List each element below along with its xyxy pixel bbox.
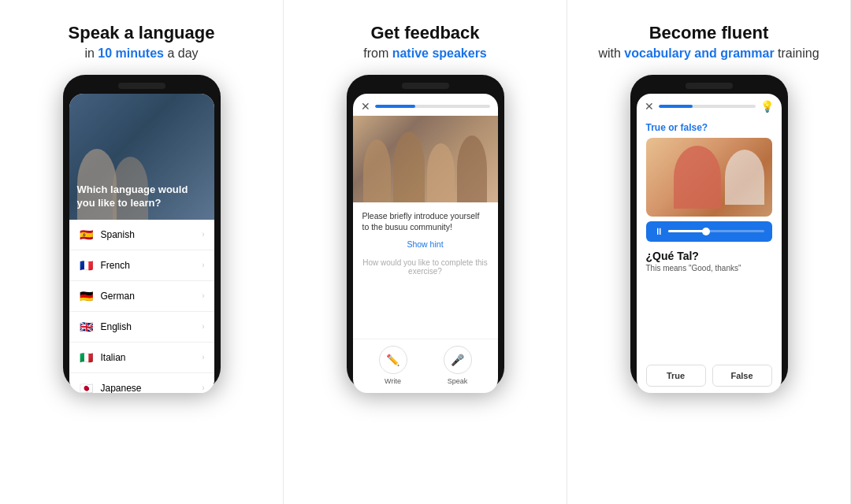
language-question: Which language would you like to learn? xyxy=(77,183,206,210)
exercise-prompt: Please briefly introduce yourself to the… xyxy=(362,210,489,233)
flag-japanese: 🇯🇵 xyxy=(79,380,95,393)
vocabulary-meaning: This means "Good, thanks" xyxy=(646,264,772,272)
chevron-icon: › xyxy=(202,291,204,300)
lightbulb-icon[interactable]: 💡 xyxy=(760,100,774,113)
feedback-title: Get feedback xyxy=(363,22,487,45)
phone1-screen: Which language would you like to learn? … xyxy=(69,94,214,393)
feedback-photo xyxy=(353,116,498,202)
language-name: French xyxy=(101,260,130,271)
section-feedback-headline: Get feedback from native speakers xyxy=(363,22,487,61)
feedback-toolbar: ✕ xyxy=(353,94,498,116)
chevron-icon: › xyxy=(202,353,204,361)
write-action[interactable]: ✏️ Write xyxy=(379,346,407,385)
microphone-icon: 🎤 xyxy=(444,346,472,374)
exercise-actions: ✏️ Write 🎤 Speak xyxy=(353,339,498,393)
audio-scrubber xyxy=(702,228,710,235)
flag-english: 🇬🇧 xyxy=(79,319,95,335)
progress-bar-3 xyxy=(659,105,756,108)
language-list: 🇪🇸 Spanish › 🇫🇷 French › 🇩🇪 German › xyxy=(69,220,214,393)
fluent-subtitle-end: training xyxy=(778,46,819,60)
language-name: Italian xyxy=(101,352,126,363)
vocabulary-word: ¿Qué Tal? xyxy=(646,250,772,262)
speak-title: Speak a language xyxy=(69,22,215,45)
speak-subtitle-end: a day xyxy=(167,46,198,60)
section-speak: Speak a language in 10 minutes a day Whi… xyxy=(0,0,284,504)
language-name: German xyxy=(101,291,135,302)
speak-action[interactable]: 🎤 Speak xyxy=(444,346,472,385)
show-hint-button[interactable]: Show hint xyxy=(362,239,489,249)
progress-bar xyxy=(375,105,490,108)
phone-notch-1 xyxy=(118,83,165,89)
language-name: Japanese xyxy=(101,383,142,393)
speak-label: Speak xyxy=(448,377,468,385)
fluent-subtitle: with vocabulary and grammar training xyxy=(598,46,819,61)
chevron-icon: › xyxy=(202,261,204,269)
section-feedback: Get feedback from native speakers ✕ xyxy=(284,0,567,504)
phone-notch-3 xyxy=(686,83,733,89)
feedback-content: Please briefly introduce yourself to the… xyxy=(353,202,498,339)
write-label: Write xyxy=(385,377,401,385)
complete-question-text: How would you like to complete this exer… xyxy=(362,258,489,276)
pause-icon: ⏸ xyxy=(654,226,663,237)
vocab-photo xyxy=(646,138,772,217)
list-item[interactable]: 🇮🇹 Italian › xyxy=(69,343,214,373)
section-speak-headline: Speak a language in 10 minutes a day xyxy=(69,22,215,61)
list-item[interactable]: 🇩🇪 German › xyxy=(69,281,214,312)
phone-fluent: ✕ 💡 True or false? ⏸ xyxy=(630,75,788,390)
phone1-bg: Which language would you like to learn? xyxy=(69,94,214,220)
list-item[interactable]: 🇬🇧 English › xyxy=(69,312,214,343)
chevron-icon: › xyxy=(202,384,204,392)
close-icon[interactable]: ✕ xyxy=(645,100,654,113)
vocab-photo-people xyxy=(646,138,772,217)
close-icon[interactable]: ✕ xyxy=(361,100,370,113)
phone-feedback: ✕ Please briefly introduce yoursel xyxy=(347,75,504,390)
phone-screen-2: ✕ Please briefly introduce yoursel xyxy=(353,94,498,393)
section-fluent-headline: Become fluent with vocabulary and gramma… xyxy=(598,22,819,61)
true-false-label: True or false? xyxy=(646,122,772,133)
flag-italian: 🇮🇹 xyxy=(79,350,95,365)
list-item[interactable]: 🇫🇷 French › xyxy=(69,250,214,281)
flag-french: 🇫🇷 xyxy=(79,258,95,273)
true-false-buttons: True False xyxy=(646,365,772,387)
speak-highlight: 10 minutes xyxy=(98,46,164,60)
progress-fill-3 xyxy=(659,105,693,108)
speak-subtitle: in 10 minutes a day xyxy=(69,46,215,61)
language-name: English xyxy=(101,321,132,332)
feedback-subtitle: from native speakers xyxy=(363,46,487,61)
audio-player[interactable]: ⏸ xyxy=(646,221,772,242)
fluent-title: Become fluent xyxy=(598,22,819,45)
group-photo-sim xyxy=(353,116,498,202)
list-item[interactable]: 🇪🇸 Spanish › xyxy=(69,220,214,250)
flag-german: 🇩🇪 xyxy=(79,288,95,304)
chevron-icon: › xyxy=(202,322,204,331)
true-button[interactable]: True xyxy=(646,365,706,387)
phone-speak: Which language would you like to learn? … xyxy=(63,75,221,390)
feedback-highlight: native speakers xyxy=(392,46,487,60)
section-fluent: Become fluent with vocabulary and gramma… xyxy=(567,0,851,504)
fluent-content: True or false? ⏸ ¿Qué xyxy=(637,116,782,393)
phone2-screen: ✕ Please briefly introduce yoursel xyxy=(353,94,498,393)
audio-progress-fill xyxy=(668,230,707,232)
false-button[interactable]: False xyxy=(712,365,772,387)
phone-screen-1: Which language would you like to learn? … xyxy=(69,94,214,393)
flag-spanish: 🇪🇸 xyxy=(79,227,95,243)
language-name: Spanish xyxy=(101,229,135,240)
list-item[interactable]: 🇯🇵 Japanese › xyxy=(69,373,214,393)
chevron-icon: › xyxy=(202,230,204,239)
phone3-screen: ✕ 💡 True or false? ⏸ xyxy=(637,94,782,393)
phone-screen-3: ✕ 💡 True or false? ⏸ xyxy=(637,94,782,393)
fluent-toolbar: ✕ 💡 xyxy=(637,94,782,116)
phone-notch-2 xyxy=(402,83,449,89)
fluent-highlight: vocabulary and grammar xyxy=(624,46,774,60)
audio-progress-bar xyxy=(668,230,764,232)
write-icon: ✏️ xyxy=(379,346,407,374)
progress-fill xyxy=(375,105,415,108)
